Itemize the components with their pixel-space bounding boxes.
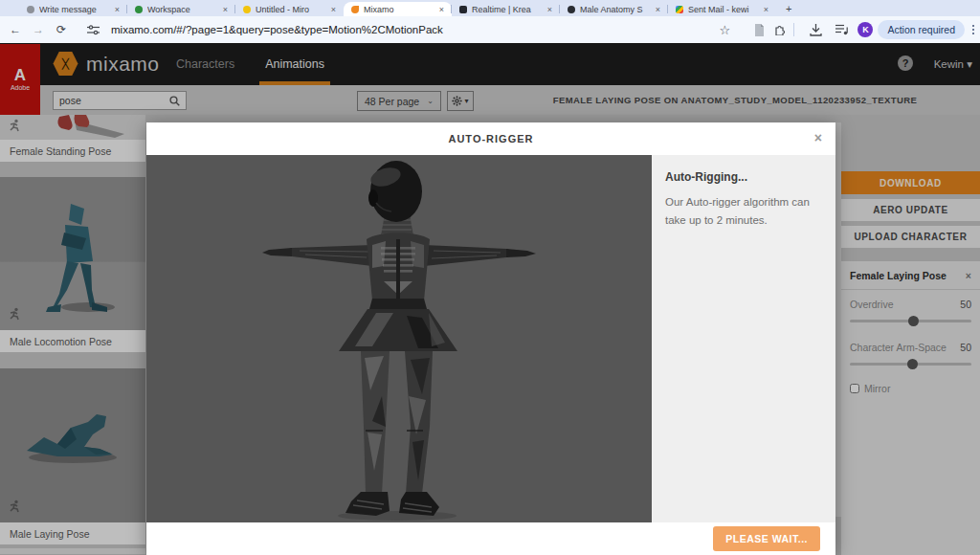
- modal-title: AUTO-RIGGER: [448, 133, 533, 144]
- close-icon[interactable]: ×: [814, 131, 822, 144]
- tab-close-icon[interactable]: ×: [764, 5, 768, 14]
- krea-favicon-icon: [459, 6, 467, 13]
- url-field[interactable]: mixamo.com/#/?page=1&query=pose&type=Mot…: [111, 24, 714, 35]
- please-wait-button[interactable]: PLEASE WAIT...: [713, 526, 820, 551]
- workspace-favicon-icon: [135, 6, 143, 13]
- tab-write-message[interactable]: Write message ×: [19, 2, 127, 16]
- downloads-icon[interactable]: [805, 24, 826, 36]
- media-list-icon[interactable]: [832, 24, 853, 35]
- globe-favicon-icon: [27, 6, 34, 13]
- miro-favicon-icon: [243, 6, 251, 13]
- character-model: [146, 155, 652, 522]
- tab-close-icon[interactable]: ×: [115, 5, 120, 14]
- tab-workspace[interactable]: Workspace ×: [127, 2, 235, 16]
- tab-miro[interactable]: Untitled - Miro ×: [235, 2, 344, 16]
- tab-close-icon[interactable]: ×: [547, 5, 552, 14]
- forward-icon[interactable]: →: [27, 23, 50, 36]
- back-icon[interactable]: ←: [4, 23, 27, 36]
- new-tab-button[interactable]: +: [786, 3, 791, 14]
- tab-krea[interactable]: Realtime | Krea ×: [452, 2, 560, 16]
- modal-header: AUTO-RIGGER ×: [146, 122, 835, 155]
- tab-close-icon[interactable]: ×: [223, 5, 228, 14]
- tab-close-icon[interactable]: ×: [439, 5, 444, 14]
- bookmark-star-icon[interactable]: ☆: [714, 23, 735, 37]
- status-body: Our Auto-rigger algorithm can take up to…: [665, 193, 822, 230]
- status-title: Auto-Rigging...: [665, 170, 822, 184]
- browser-tab-strip: Write message × Workspace × Untitled - M…: [0, 0, 980, 16]
- reading-mode-icon[interactable]: [748, 24, 769, 36]
- toolbar-divider: [793, 23, 794, 36]
- action-required-button[interactable]: Action required: [878, 20, 965, 39]
- tab-sent-mail[interactable]: Sent Mail - kewi ×: [668, 2, 776, 16]
- gmail-favicon-icon: [676, 6, 683, 13]
- browser-menu-kebab-icon[interactable]: [972, 25, 974, 34]
- anatomy-favicon-icon: [568, 6, 575, 13]
- mixamo-favicon-icon: [351, 6, 359, 13]
- tab-male-anatomy[interactable]: Male Anatomy S ×: [560, 2, 668, 16]
- tab-close-icon[interactable]: ×: [656, 5, 660, 14]
- rigging-status-panel: Auto-Rigging... Our Auto-rigger algorith…: [652, 155, 835, 522]
- modal-footer: PLEASE WAIT...: [146, 522, 835, 555]
- auto-rigger-modal: AUTO-RIGGER ×: [146, 122, 835, 555]
- tab-close-icon[interactable]: ×: [331, 5, 336, 14]
- site-info-tune-icon[interactable]: [82, 25, 103, 35]
- profile-avatar[interactable]: K: [858, 22, 873, 37]
- browser-toolbar: ← → ⟳ mixamo.com/#/?page=1&query=pose&ty…: [0, 16, 980, 43]
- tab-mixamo-active[interactable]: Mixamo ×: [344, 2, 452, 16]
- reload-icon[interactable]: ⟳: [50, 23, 73, 36]
- extensions-icon[interactable]: [769, 24, 791, 35]
- rig-3d-viewer[interactable]: [146, 155, 652, 522]
